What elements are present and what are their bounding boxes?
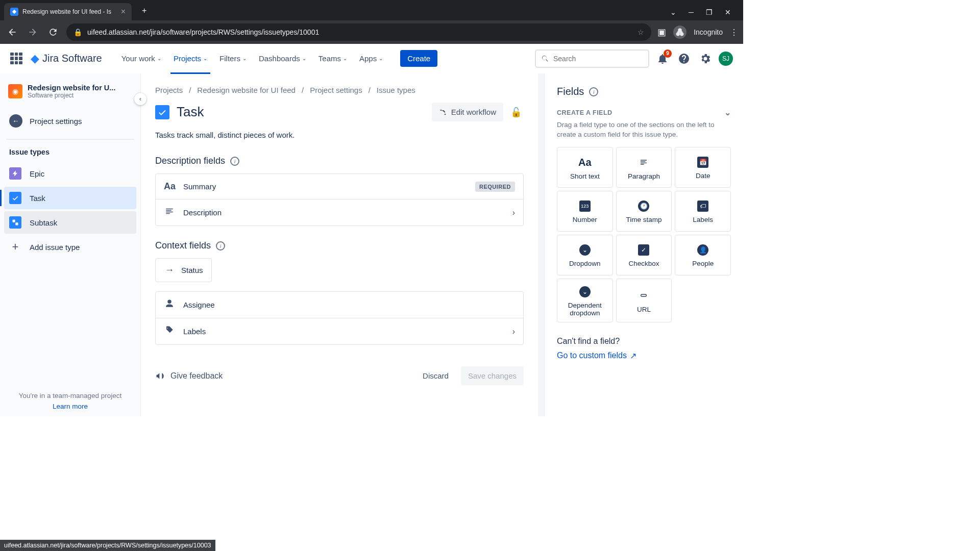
project-icon: ◉ [8,84,22,98]
plus-icon: + [9,241,21,253]
page-title: Task [177,104,204,120]
nav-teams[interactable]: Teams⌄ [313,51,352,66]
browser-menu-icon[interactable]: ⋮ [730,28,738,37]
sidebar-item-task[interactable]: Task [4,187,136,209]
issue-description: Tasks track small, distinct pieces of wo… [155,131,524,139]
field-labels[interactable]: Labels › [156,318,523,344]
field-type-timestamp[interactable]: 🕐Time stamp [616,191,672,232]
edit-workflow-button[interactable]: Edit workflow [432,103,503,121]
create-field-toggle[interactable]: CREATE A FIELD ⌄ [557,108,731,117]
nav-projects[interactable]: Projects⌄ [168,51,212,66]
field-type-labels[interactable]: 🏷Labels [675,191,731,232]
clock-icon: 🕐 [638,201,649,212]
dropdown-icon: ⌄ [579,244,591,256]
minimize-icon[interactable]: ─ [689,8,694,16]
people-icon: 👤 [697,244,708,256]
field-assignee[interactable]: Assignee [156,292,523,318]
search-input[interactable] [553,55,643,63]
close-tab-icon[interactable]: × [121,7,126,16]
field-type-dropdown[interactable]: ⌄Dropdown [557,235,613,276]
tab-title: Redesign website for UI feed - Is [22,8,117,15]
field-type-short-text[interactable]: AaShort text [557,147,613,188]
discard-button[interactable]: Discard [416,366,455,385]
nav-your-work[interactable]: Your work⌄ [116,51,166,66]
arrow-right-icon: → [164,265,175,276]
epic-icon [9,167,21,180]
checkbox-icon: ✓ [638,244,649,256]
text-icon: Aa [578,156,592,168]
tab-dropdown-icon[interactable]: ⌄ [670,8,676,16]
bookmark-star-icon[interactable]: ☆ [638,28,644,36]
new-tab-button[interactable]: + [138,3,151,18]
field-summary[interactable]: Aa Summary REQUIRED [156,174,523,199]
svg-rect-1 [16,223,18,226]
settings-icon[interactable] [697,51,714,67]
incognito-label: Incognito [694,28,723,36]
crumb-projects[interactable]: Projects [155,86,183,94]
nav-apps[interactable]: Apps⌄ [354,51,388,66]
unlock-icon[interactable]: 🔓 [508,105,524,120]
sidebar-add-issue-type[interactable]: + Add issue type [4,236,136,258]
chevron-down-icon: ⌄ [157,56,161,61]
browser-tab[interactable]: Redesign website for UI feed - Is × [4,3,132,20]
back-button[interactable] [5,25,19,39]
tab-bar: Redesign website for UI feed - Is × + ⌄ … [0,0,743,20]
fields-panel: Fields i CREATE A FIELD ⌄ Drag a field t… [544,73,743,416]
crumb-settings[interactable]: Project settings [310,86,362,94]
person-icon [164,299,175,311]
sidebar-item-epic[interactable]: Epic [4,162,136,185]
primary-nav: Your work⌄ Projects⌄ Filters⌄ Dashboards… [116,51,388,66]
address-bar: 🔒 uifeed.atlassian.net/jira/software/pro… [0,20,743,44]
calendar-icon: 📅 [697,157,708,168]
incognito-icon[interactable] [673,26,687,39]
field-type-people[interactable]: 👤People [675,235,731,276]
sidebar: ‹ ◉ Redesign website for U... Software p… [0,73,141,416]
chevron-down-icon: ⌄ [242,56,247,61]
search-box[interactable] [535,49,649,68]
app-header: ◆ Jira Software Your work⌄ Projects⌄ Fil… [0,44,743,73]
url-field[interactable]: 🔒 uifeed.atlassian.net/jira/software/pro… [66,23,651,41]
info-icon[interactable]: i [589,87,598,96]
user-avatar[interactable]: SJ [719,52,733,66]
back-to-settings[interactable]: ← Project settings [4,109,136,133]
reload-button[interactable] [46,25,60,39]
field-type-url[interactable]: URL [616,279,672,322]
sidebar-item-subtask[interactable]: Subtask [4,211,136,234]
info-icon[interactable]: i [216,241,225,251]
megaphone-icon [155,371,165,381]
create-button[interactable]: Create [400,50,437,67]
tag-icon: 🏷 [697,201,708,212]
jira-logo[interactable]: ◆ Jira Software [31,52,102,65]
maximize-icon[interactable]: ❐ [706,8,713,16]
field-description[interactable]: Description › [156,199,523,226]
info-icon[interactable]: i [230,157,239,166]
project-header[interactable]: ◉ Redesign website for U... Software pro… [4,84,136,109]
field-status[interactable]: → Status [155,258,212,282]
field-type-checkbox[interactable]: ✓Checkbox [616,235,672,276]
field-type-number[interactable]: 123Number [557,191,613,232]
external-link-icon: ↗ [630,351,636,361]
context-fields-group: Assignee Labels › [155,291,524,345]
notifications-icon[interactable]: 9 [654,51,671,67]
field-type-date[interactable]: 📅Date [675,147,731,188]
number-icon: 123 [579,201,591,212]
learn-more-link[interactable]: Learn more [4,403,136,410]
help-icon[interactable] [676,51,692,67]
give-feedback-button[interactable]: Give feedback [155,371,223,381]
field-type-dependent-dropdown[interactable]: ⌄Dependent dropdown [557,279,613,322]
nav-filters[interactable]: Filters⌄ [214,51,252,66]
forward-button[interactable] [26,25,40,39]
crumb-project[interactable]: Redesign website for UI feed [197,86,296,94]
link-icon [639,289,649,302]
create-field-description: Drag a field type to one of the sections… [557,120,731,140]
app-switcher-icon[interactable] [10,53,22,65]
extensions-icon[interactable]: ▣ [657,27,666,38]
panel-title: Fields i [557,86,731,97]
crumb-issuetypes[interactable]: Issue types [377,86,415,94]
window-controls: ⌄ ─ ❐ ✕ [662,8,739,20]
close-window-icon[interactable]: ✕ [725,8,731,16]
nav-dashboards[interactable]: Dashboards⌄ [254,51,311,66]
custom-fields-link[interactable]: Go to custom fields ↗ [557,351,731,361]
field-type-paragraph[interactable]: Paragraph [616,147,672,188]
scrollbar[interactable] [538,73,544,416]
